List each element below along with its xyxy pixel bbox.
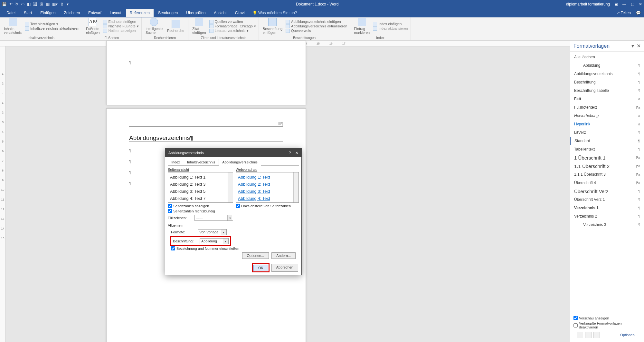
tab-referenzen[interactable]: Referenzen — [126, 9, 154, 17]
tab-zeichnen[interactable]: Zeichnen — [60, 9, 84, 17]
manage-styles-icon[interactable] — [593, 332, 600, 338]
fill-char-dropdown[interactable]: ....... — [194, 215, 233, 221]
qat-icon[interactable]: ▭ — [21, 2, 24, 6]
insert-index-button[interactable]: Index einfügen — [373, 22, 408, 26]
chevron-down-icon[interactable]: ▾ — [631, 43, 634, 49]
user-name[interactable]: diplomarbeit formatierung — [566, 2, 610, 6]
next-footnote-button[interactable]: Nächste Fußnote ▾ — [103, 24, 139, 28]
cb-pagenum[interactable]: Seitenzahlen anzeigen — [168, 204, 233, 208]
tab-inhaltsverzeichnis[interactable]: Inhaltsverzeichnis — [184, 159, 219, 165]
ok-button[interactable]: OK — [253, 265, 268, 271]
qat-icon[interactable]: ▦▾ — [52, 2, 58, 6]
redo-icon[interactable]: ↻ — [15, 2, 18, 6]
update-toc-button[interactable]: Inhaltsverzeichnis aktualisieren — [25, 26, 79, 31]
style-item[interactable]: Verzeichnis 2¶ — [570, 212, 644, 220]
share-button[interactable]: ↗ Teilen — [617, 11, 631, 15]
style-item[interactable]: Tabellentext¶ — [570, 145, 644, 153]
vertical-ruler[interactable]: 12·123456789101112131415 — [0, 46, 6, 342]
style-item[interactable]: Überschrift Verz¶ — [570, 187, 644, 195]
cb-include-label[interactable]: Bezeichnung und Nummer einschließen — [171, 246, 299, 250]
qat-more-icon[interactable]: ▾ — [67, 2, 69, 6]
style-item[interactable]: Standard¶ — [570, 137, 644, 145]
crossref-button[interactable]: Querverweis — [286, 29, 347, 33]
new-style-icon[interactable] — [577, 332, 583, 338]
insert-figures-button[interactable]: Abbildungsverzeichnis einfügen — [286, 20, 347, 24]
caption-button[interactable]: Beschriftung einfügen — [261, 17, 284, 35]
tab-ansicht[interactable]: Ansicht — [210, 9, 230, 17]
citation-button[interactable]: Zitat einfügen — [191, 17, 207, 35]
style-item[interactable]: 1.1 Überschrift 2⁋a — [570, 162, 644, 170]
style-item[interactable]: 1.1.1 Überschrift 3⁋a — [570, 170, 644, 179]
options-button[interactable]: Optionen... — [242, 252, 269, 259]
cb-linked[interactable]: Verknüpfte Formatvorlagen deaktivieren — [573, 321, 641, 329]
style-item[interactable]: Hyperlinka — [570, 120, 644, 128]
add-text-button[interactable]: Text hinzufügen ▾ — [25, 22, 79, 26]
style-item[interactable]: Hervorhebunga — [570, 112, 644, 120]
tab-datei[interactable]: Datei — [3, 9, 19, 17]
qat-icon[interactable]: ▦ — [46, 2, 50, 6]
close-icon[interactable]: ✕ — [295, 151, 298, 155]
style-dropdown[interactable]: Formatvorlage: Chicago ▾ — [209, 24, 256, 28]
cancel-button[interactable]: Abbrechen — [271, 264, 298, 272]
comments-icon[interactable]: 💬 — [636, 11, 641, 15]
style-item[interactable]: 1 Überschrift 1⁋a — [570, 153, 644, 162]
manage-sources-button[interactable]: Quellen verwalten — [209, 20, 256, 24]
style-item[interactable]: Beschriftung Tabelle¶ — [570, 86, 644, 95]
scrollbar[interactable] — [293, 172, 298, 202]
new-doc-icon[interactable]: 🗎 — [60, 2, 64, 6]
modify-button[interactable]: Ändern... — [271, 252, 296, 259]
tab-entwurf[interactable]: Entwurf — [84, 9, 105, 17]
bibliography-button[interactable]: Literaturverzeichnis ▾ — [209, 29, 256, 33]
style-item[interactable]: Verzeichnis 3¶ — [570, 220, 644, 229]
print-icon[interactable]: 🖶 — [40, 2, 43, 6]
clear-all[interactable]: Alle löschen — [570, 53, 644, 61]
minimize-icon[interactable]: — — [622, 2, 626, 6]
dialog-tabs: Index Inhaltsverzeichnis Abbildungsverze… — [168, 159, 299, 166]
options-link[interactable]: Optionen... — [620, 333, 638, 337]
help-icon[interactable]: ? — [289, 151, 291, 155]
style-item[interactable]: LitVerz¶ — [570, 128, 644, 137]
dialog-title-bar[interactable]: Abbildungsverzeichnis ? ✕ — [165, 149, 301, 157]
cb-links[interactable]: Links anstelle von Seitenzahlen — [236, 204, 299, 208]
tab-sendungen[interactable]: Sendungen — [154, 9, 182, 17]
style-inspector-icon[interactable] — [585, 332, 592, 338]
toc-button[interactable]: Inhalts- verzeichnis — [3, 17, 23, 35]
close-icon[interactable]: ✕ — [637, 43, 641, 49]
tab-abbildungsverzeichnis[interactable]: Abbildungsverzeichnis — [219, 159, 261, 166]
close-icon[interactable]: ✕ — [639, 2, 642, 6]
style-item[interactable]: Abbildungsverzeichnis¶ — [570, 70, 644, 78]
style-item[interactable]: Beschriftung¶ — [570, 78, 644, 86]
formate-dropdown[interactable]: Von Vorlage — [198, 229, 227, 235]
cb-rightalign[interactable]: Seitenzahlen rechtsbündig — [168, 209, 233, 213]
mark-entry-button[interactable]: Eintrag markieren — [353, 17, 371, 35]
footnote-button[interactable]: AB¹Fußnote einfügen — [85, 17, 101, 35]
style-item[interactable]: Überschrift Verz 1¶ — [570, 195, 644, 204]
beschriftung-dropdown[interactable]: Abbildung — [200, 238, 229, 244]
scrollbar[interactable] — [228, 172, 233, 202]
tab-citavi[interactable]: Citavi — [231, 9, 249, 17]
tell-me[interactable]: 💡 Was möchten Sie tun? — [252, 11, 297, 15]
tab-einfuegen[interactable]: Einfügen — [36, 9, 59, 17]
smart-lookup-button[interactable]: Intelligente Suche — [144, 17, 164, 35]
cb-preview[interactable]: Vorschau anzeigen — [573, 316, 641, 320]
tab-index[interactable]: Index — [168, 159, 184, 165]
ribbon-options-icon[interactable]: ▣ — [614, 2, 618, 6]
tab-layout[interactable]: Layout — [106, 9, 125, 17]
style-item[interactable]: Verzeichnis 1¶ — [570, 204, 644, 212]
maximize-icon[interactable]: ▢ — [631, 2, 634, 6]
style-item[interactable]: Überschrift 4⁋a — [570, 179, 644, 187]
style-item[interactable]: Fetta — [570, 95, 644, 103]
update-figures-button[interactable]: Abbildungsverzeichnis aktualisieren — [286, 24, 347, 28]
qat-icon[interactable]: 🖼 — [33, 2, 37, 6]
page-1[interactable]: ¶ — [106, 41, 306, 105]
research-button[interactable]: Recherche — [166, 19, 185, 34]
save-icon[interactable]: 💾 — [2, 2, 7, 6]
undo-icon[interactable]: ↶ — [9, 2, 13, 6]
style-item[interactable]: Fußnotentext⁋a — [570, 103, 644, 112]
tab-start[interactable]: Start — [20, 9, 36, 17]
styles-list[interactable]: Alle löschen Abbildung¶Abbildungsverzeic… — [570, 52, 644, 313]
qat-icon[interactable]: ◧ — [27, 2, 31, 6]
tab-ueberpruefen[interactable]: Überprüfen — [182, 9, 209, 17]
style-item[interactable]: Abbildung¶ — [570, 61, 644, 70]
endnote-button[interactable]: Endnote einfügen — [103, 20, 139, 24]
